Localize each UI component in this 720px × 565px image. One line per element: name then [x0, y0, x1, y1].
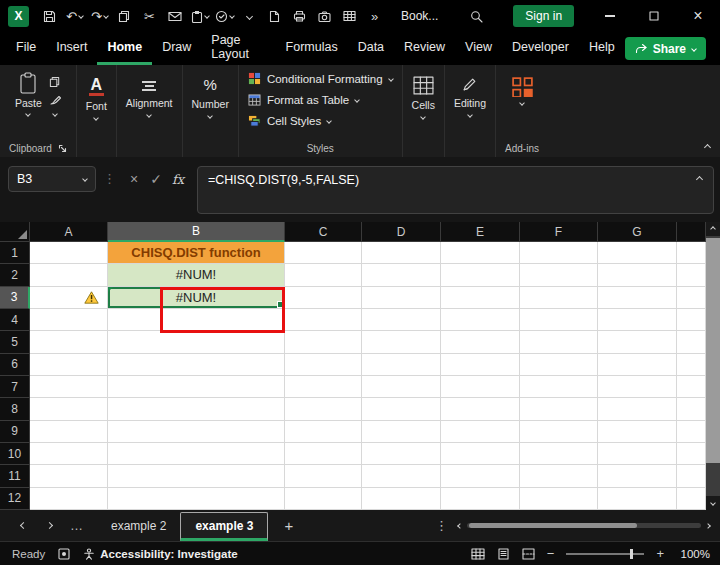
cell-E11[interactable]	[441, 465, 520, 487]
cell-A11[interactable]	[30, 465, 108, 487]
cell-G3[interactable]	[598, 287, 677, 309]
sheet-overflow-icon[interactable]: …	[70, 518, 83, 533]
format-painter-icon[interactable]	[49, 94, 61, 106]
formula-input[interactable]: =CHISQ.DIST(9,-5,FALSE)	[197, 166, 714, 214]
editor-button[interactable]	[212, 1, 237, 31]
sign-in-button[interactable]: Sign in	[513, 5, 574, 27]
cell-B9[interactable]	[108, 421, 285, 443]
maximize-button[interactable]	[632, 0, 676, 32]
cell-C12[interactable]	[285, 488, 362, 510]
cell-x2[interactable]	[677, 264, 706, 286]
row-header-4[interactable]: 4	[0, 309, 30, 331]
camera-button[interactable]	[312, 1, 337, 31]
cell-E8[interactable]	[441, 398, 520, 420]
macro-record-icon[interactable]	[58, 548, 70, 560]
sheet-tab-example-3[interactable]: example 3	[180, 512, 268, 541]
cell-C6[interactable]	[285, 354, 362, 376]
column-header-E[interactable]: E	[441, 222, 520, 242]
menu-tab-page-layout[interactable]: Page Layout	[201, 32, 275, 65]
cell-B1[interactable]: CHISQ.DIST function	[108, 242, 285, 264]
insert-function-button[interactable]: fx	[167, 166, 189, 192]
cell-D12[interactable]	[362, 488, 441, 510]
cell-G8[interactable]	[598, 398, 677, 420]
cell-F5[interactable]	[520, 331, 598, 353]
collapse-ribbon-button[interactable]	[704, 144, 711, 151]
zoom-slider[interactable]	[566, 553, 644, 555]
close-button[interactable]: ×	[676, 0, 720, 32]
page-break-view-button[interactable]	[522, 548, 535, 560]
cell-A3[interactable]	[30, 287, 108, 309]
cell-E6[interactable]	[441, 354, 520, 376]
row-header-10[interactable]: 10	[0, 443, 30, 465]
row-header-12[interactable]: 12	[0, 488, 30, 510]
paste-qat-button[interactable]	[187, 1, 212, 31]
cell-A10[interactable]	[30, 443, 108, 465]
cell-D10[interactable]	[362, 443, 441, 465]
cell-C11[interactable]	[285, 465, 362, 487]
cell-x12[interactable]	[677, 488, 706, 510]
scroll-up-button[interactable]	[706, 222, 720, 236]
dialog-launcher-icon[interactable]	[58, 144, 67, 153]
alignment-group-button[interactable]: Alignment	[126, 68, 173, 117]
hscroll-left-button[interactable]	[457, 523, 463, 529]
cell-B7[interactable]	[108, 376, 285, 398]
cell-G12[interactable]	[598, 488, 677, 510]
enter-button[interactable]: ✓	[145, 166, 167, 192]
cell-B8[interactable]	[108, 398, 285, 420]
zoom-slider-thumb[interactable]	[630, 549, 633, 559]
menu-tab-file[interactable]: File	[6, 32, 46, 65]
menu-tab-home[interactable]: Home	[97, 32, 152, 65]
cell-D6[interactable]	[362, 354, 441, 376]
cell-B10[interactable]	[108, 443, 285, 465]
cell-B5[interactable]	[108, 331, 285, 353]
undo-button[interactable]: ↶	[62, 1, 87, 31]
cell-x3[interactable]	[677, 287, 706, 309]
cell-C1[interactable]	[285, 242, 362, 264]
addins-button[interactable]	[511, 68, 534, 105]
cell-F3[interactable]	[520, 287, 598, 309]
cell-A1[interactable]	[30, 242, 108, 264]
row-header-9[interactable]: 9	[0, 421, 30, 443]
row-header-3[interactable]: 3	[0, 287, 30, 309]
number-group-button[interactable]: % Number	[192, 68, 229, 118]
column-header-D[interactable]: D	[362, 222, 441, 242]
cell-F9[interactable]	[520, 421, 598, 443]
sheet-nav-right-button[interactable]	[36, 523, 62, 528]
horizontal-scrollbar[interactable]	[458, 523, 710, 528]
cell-x6[interactable]	[677, 354, 706, 376]
email-button[interactable]	[162, 1, 187, 31]
cell-D11[interactable]	[362, 465, 441, 487]
cell-A7[interactable]	[30, 376, 108, 398]
column-header-B[interactable]: B	[108, 222, 285, 242]
zoom-in-button[interactable]: +	[656, 546, 664, 561]
cell-x1[interactable]	[677, 242, 706, 264]
vertical-scrollbar[interactable]	[706, 222, 720, 510]
new-file-button[interactable]	[262, 1, 287, 31]
cell-G11[interactable]	[598, 465, 677, 487]
copy-small-icon[interactable]	[49, 76, 61, 88]
row-header-5[interactable]: 5	[0, 331, 30, 353]
cell-x8[interactable]	[677, 398, 706, 420]
vertical-scroll-thumb[interactable]	[706, 238, 720, 463]
cell-G7[interactable]	[598, 376, 677, 398]
cell-A8[interactable]	[30, 398, 108, 420]
insert-table-button[interactable]	[337, 1, 362, 31]
accessibility-status[interactable]: Accessibility: Investigate	[83, 548, 237, 560]
cell-E10[interactable]	[441, 443, 520, 465]
cell-F8[interactable]	[520, 398, 598, 420]
cell-C9[interactable]	[285, 421, 362, 443]
cell-D4[interactable]	[362, 309, 441, 331]
horizontal-scroll-thumb[interactable]	[469, 523, 637, 528]
cell-B2[interactable]: #NUM!	[108, 264, 285, 286]
menu-tab-developer[interactable]: Developer	[502, 32, 579, 65]
paste-button[interactable]: Paste	[15, 72, 42, 116]
column-header-overflow[interactable]	[677, 222, 706, 242]
cell-F2[interactable]	[520, 264, 598, 286]
cell-x9[interactable]	[677, 421, 706, 443]
sheet-tab-example-2[interactable]: example 2	[97, 510, 180, 541]
cell-F11[interactable]	[520, 465, 598, 487]
cell-B11[interactable]	[108, 465, 285, 487]
menu-tab-draw[interactable]: Draw	[152, 32, 201, 65]
row-header-1[interactable]: 1	[0, 242, 30, 264]
cell-styles-button[interactable]: Cell Styles	[248, 110, 331, 131]
